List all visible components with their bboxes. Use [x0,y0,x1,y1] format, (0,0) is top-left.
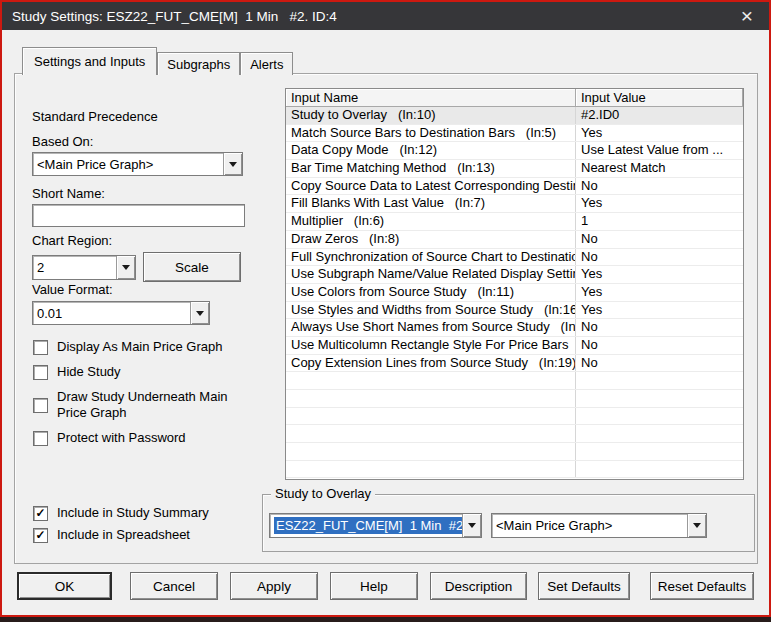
table-row[interactable]: Multiplier (In:6)1 [286,213,743,231]
input-name-cell: Fill Blanks With Last Value (In:7) [286,195,576,212]
input-value-cell: Yes [576,125,743,142]
chevron-down-icon[interactable] [116,256,135,279]
table-row-empty [286,443,743,461]
input-value-cell [576,443,743,460]
tab-strip: Settings and Inputs Subgraphs Alerts [22,47,293,75]
tab-settings-and-inputs[interactable]: Settings and Inputs [22,47,157,75]
scale-button[interactable]: Scale [143,252,241,282]
description-button[interactable]: Description [430,572,527,600]
table-row[interactable]: Fill Blanks With Last Value (In:7)Yes [286,195,743,213]
study-settings-dialog: Study Settings: ESZ22_FUT_CME[M] 1 Min #… [0,0,771,622]
chart-region-combo[interactable]: 2 [32,255,136,280]
tab-alerts[interactable]: Alerts [240,52,293,75]
checkbox-unchecked-icon[interactable] [33,340,48,355]
overlay-study-combo[interactable]: ESZ22_FUT_CME[M] 1 Min #2 [269,513,482,538]
chart-region-combo-value: 2 [33,256,116,279]
checkbox-label: Include in Spreadsheet [57,527,190,543]
input-value-cell: No [576,178,743,195]
include-in-study-summary-checkbox[interactable]: ✓Include in Study Summary [33,505,263,521]
input-name-cell [286,461,576,478]
checkbox-unchecked-icon[interactable] [33,365,48,380]
input-value-cell: Yes [576,266,743,283]
table-row[interactable]: Bar Time Matching Method (In:13)Nearest … [286,160,743,178]
input-name-cell: Use Subgraph Name/Value Related Display … [286,266,576,283]
cancel-button[interactable]: Cancel [130,572,218,600]
apply-button[interactable]: Apply [230,572,318,600]
overlay-target-combo-value: <Main Price Graph> [492,514,687,537]
chevron-down-icon[interactable] [190,302,209,324]
table-row-empty [286,408,743,426]
table-row-empty [286,390,743,408]
table-row[interactable]: Study to Overlay (In:10)#2.ID0 [286,107,743,125]
input-name-cell: Use Styles and Widths from Source Study … [286,302,576,319]
checkbox-label: Display As Main Price Graph [57,339,222,355]
display-as-main-price-graph-checkbox[interactable]: Display As Main Price Graph [33,339,263,355]
chart-region-label: Chart Region: [32,233,112,248]
protect-with-password-checkbox[interactable]: Protect with Password [33,430,263,446]
input-value-cell [576,408,743,425]
input-name-cell: Match Source Bars to Destination Bars (I… [286,125,576,142]
value-format-label: Value Format: [32,282,113,297]
table-row[interactable]: Use Subgraph Name/Value Related Display … [286,266,743,284]
table-row[interactable]: Full Synchronization of Source Chart to … [286,249,743,267]
table-row[interactable]: Copy Extension Lines from Source Study (… [286,355,743,373]
input-name-cell: Copy Extension Lines from Source Study (… [286,355,576,372]
table-row[interactable]: Draw Zeros (In:8)No [286,231,743,249]
hide-study-checkbox[interactable]: Hide Study [33,364,263,380]
input-value-cell: 1 [576,213,743,230]
input-name-cell: Multiplier (In:6) [286,213,576,230]
input-value-cell: No [576,319,743,336]
short-name-input[interactable] [32,204,245,227]
checkbox-unchecked-icon[interactable] [33,398,48,413]
table-row[interactable]: Always Use Short Names from Source Study… [286,319,743,337]
checkbox-checked-icon[interactable]: ✓ [33,506,48,521]
input-value-cell: No [576,231,743,248]
input-value-cell [576,390,743,407]
draw-study-underneath-main-price-graph-checkbox[interactable]: Draw Study Underneath Main Price Graph [33,389,263,421]
chevron-down-icon[interactable] [462,514,481,537]
input-name-cell: Copy Source Data to Latest Corresponding… [286,178,576,195]
checkbox-checked-icon[interactable]: ✓ [33,528,48,543]
input-value-cell [576,461,743,478]
input-value-cell: Yes [576,195,743,212]
inputs-table-body: Study to Overlay (In:10)#2.ID0Match Sour… [286,107,743,478]
table-row[interactable]: Copy Source Data to Latest Corresponding… [286,178,743,196]
input-value-cell: No [576,337,743,354]
value-format-combo-value: 0.01 [33,302,190,324]
dialog-title: Study Settings: ESZ22_FUT_CME[M] 1 Min #… [12,9,337,24]
chevron-down-icon[interactable] [223,153,242,175]
short-name-label: Short Name: [32,186,105,201]
table-row[interactable]: Data Copy Mode (In:12)Use Latest Value f… [286,142,743,160]
input-name-column-header[interactable]: Input Name [286,89,576,107]
table-row-empty [286,425,743,443]
overlay-target-combo[interactable]: <Main Price Graph> [491,513,707,538]
close-icon[interactable]: × [735,6,759,26]
help-button[interactable]: Help [330,572,418,600]
based-on-combo-value: <Main Price Graph> [33,153,223,175]
input-value-cell: Yes [576,302,743,319]
table-row[interactable]: Use Colors from Source Study (In:11)Yes [286,284,743,302]
table-row[interactable]: Match Source Bars to Destination Bars (I… [286,125,743,143]
input-value-column-header[interactable]: Input Value [576,89,743,107]
tab-subgraphs[interactable]: Subgraphs [157,52,240,75]
checkbox-unchecked-icon[interactable] [33,431,48,446]
input-value-cell: No [576,249,743,266]
input-name-cell [286,408,576,425]
table-row[interactable]: Use Multicolumn Rectangle Style For Pric… [286,337,743,355]
set-defaults-button[interactable]: Set Defaults [538,572,630,600]
input-value-cell [576,372,743,389]
value-format-combo[interactable]: 0.01 [32,301,210,325]
table-row[interactable]: Use Styles and Widths from Source Study … [286,302,743,320]
study-to-overlay-group: Study to Overlay ESZ22_FUT_CME[M] 1 Min … [262,494,755,552]
ok-button[interactable]: OK [17,572,112,600]
include-in-spreadsheet-checkbox[interactable]: ✓Include in Spreadsheet [33,527,263,543]
chevron-down-icon[interactable] [687,514,706,537]
reset-defaults-button[interactable]: Reset Defaults [650,572,754,600]
title-bar: Study Settings: ESZ22_FUT_CME[M] 1 Min #… [2,2,769,30]
input-name-cell: Draw Zeros (In:8) [286,231,576,248]
checkbox-label: Hide Study [57,364,121,380]
input-name-cell: Bar Time Matching Method (In:13) [286,160,576,177]
input-name-cell: Always Use Short Names from Source Study… [286,319,576,336]
inputs-table: Input Name Input Value Study to Overlay … [285,88,744,480]
based-on-combo[interactable]: <Main Price Graph> [32,152,243,176]
